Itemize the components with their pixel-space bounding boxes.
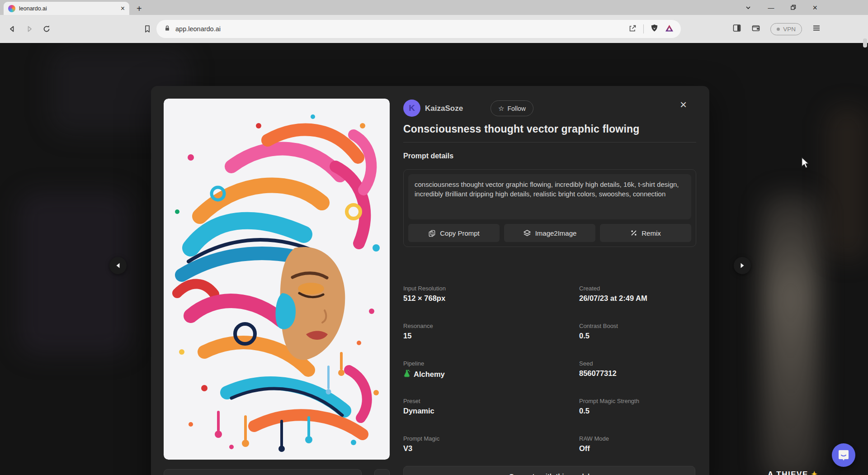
back-button[interactable] xyxy=(5,22,19,36)
prompt-details-card: consciousness thought vector graphic flo… xyxy=(403,169,696,247)
new-tab-button[interactable]: + xyxy=(137,4,142,13)
follow-button[interactable]: ☆ Follow xyxy=(491,100,533,116)
backdrop-blur-blob xyxy=(18,192,131,355)
prompt-text: consciousness thought vector graphic flo… xyxy=(408,174,691,219)
next-image-button[interactable] xyxy=(734,257,751,274)
image2image-button[interactable]: Image2Image xyxy=(504,224,595,242)
minimize-button[interactable]: — xyxy=(768,5,774,11)
backdrop-blur-blob xyxy=(826,106,868,260)
remix-button[interactable]: Remix xyxy=(600,224,691,242)
brave-shield-icon[interactable] xyxy=(650,24,659,34)
tab-search-chevron-icon[interactable] xyxy=(745,5,751,11)
window-close-button[interactable]: × xyxy=(812,4,817,12)
detail-input-resolution: Input Resolution 512 × 768px xyxy=(403,285,579,323)
star-icon: ☆ xyxy=(498,104,504,113)
vpn-status-dot xyxy=(777,28,780,31)
support-chat-button[interactable] xyxy=(832,443,855,467)
vpn-label: VPN xyxy=(783,26,796,33)
brave-rewards-bat-icon[interactable] xyxy=(665,24,674,34)
detail-preset: Preset Dynamic xyxy=(403,398,579,435)
remix-label: Remix xyxy=(642,229,661,237)
image2image-label: Image2Image xyxy=(535,229,577,237)
username[interactable]: KaizaSoze xyxy=(425,104,463,113)
restore-button[interactable] xyxy=(790,5,796,10)
detail-prompt-magic-strength: Prompt Magic Strength 0.5 xyxy=(579,398,696,435)
tab-title: leonardo.ai xyxy=(19,5,117,12)
lock-icon xyxy=(164,24,171,33)
previous-image-button[interactable] xyxy=(109,257,127,274)
share-icon[interactable] xyxy=(628,24,637,34)
copy-prompt-label: Copy Prompt xyxy=(440,229,480,237)
detail-created: Created 26/07/23 at 2:49 AM xyxy=(579,285,696,323)
avatar[interactable]: K xyxy=(403,100,420,117)
page-scrollbar-thumb[interactable] xyxy=(863,38,867,48)
detail-resonance: Resonance 15 xyxy=(403,323,579,360)
generation-title: Consciousness thought vector graphic flo… xyxy=(403,123,640,135)
browser-toolbar: app.leonardo.ai VPN xyxy=(0,15,868,43)
image-actions-more-button[interactable] xyxy=(374,469,390,475)
browser-tab[interactable]: leonardo.ai × xyxy=(4,2,129,15)
wallet-icon[interactable] xyxy=(751,24,760,34)
generate-with-model-button[interactable]: Generate with this model xyxy=(403,466,695,475)
sparkle-icon: ✦ xyxy=(811,470,818,475)
detail-contrast-boost: Contrast Boost 0.5 xyxy=(579,323,696,360)
forward-button[interactable] xyxy=(23,22,36,36)
detail-seed: Seed 856077312 xyxy=(579,360,696,398)
image-detail-panel: K KaizaSoze ☆ Follow × Consciousness tho… xyxy=(403,86,697,475)
detail-pipeline: Pipeline Alchemy xyxy=(403,360,579,398)
image-detail-modal: K KaizaSoze ☆ Follow × Consciousness tho… xyxy=(151,86,709,475)
browser-titlebar: leonardo.ai × + — × xyxy=(0,0,868,15)
address-bar[interactable]: app.leonardo.ai xyxy=(156,20,681,38)
tab-close-icon[interactable]: × xyxy=(121,5,125,12)
bookmark-icon[interactable] xyxy=(143,24,152,33)
watermark: A THIEVE ✦ xyxy=(768,470,818,475)
generated-artwork-image[interactable] xyxy=(164,99,390,460)
leonardo-page-backdrop: K KaizaSoze ☆ Follow × Consciousness tho… xyxy=(0,43,868,475)
copy-prompt-button[interactable]: Copy Prompt xyxy=(408,224,500,242)
mouse-cursor xyxy=(800,157,810,171)
generation-details-grid: Input Resolution 512 × 768px Created 26/… xyxy=(403,285,696,473)
menu-hamburger-icon[interactable] xyxy=(812,24,821,34)
sidebar-panel-icon[interactable] xyxy=(732,24,741,34)
alchemy-flask-icon xyxy=(403,369,410,379)
url-text[interactable]: app.leonardo.ai xyxy=(175,25,624,33)
reload-button[interactable] xyxy=(40,22,53,36)
divider xyxy=(643,24,644,33)
modal-close-icon[interactable]: × xyxy=(680,99,687,110)
follow-label: Follow xyxy=(507,105,525,112)
prompt-details-heading: Prompt details xyxy=(403,152,453,160)
backdrop-blur-blob xyxy=(763,192,818,475)
vpn-button[interactable]: VPN xyxy=(770,23,802,35)
leonardo-favicon xyxy=(8,5,15,12)
divider xyxy=(403,142,696,142)
image-actions-strip[interactable] xyxy=(164,469,362,475)
